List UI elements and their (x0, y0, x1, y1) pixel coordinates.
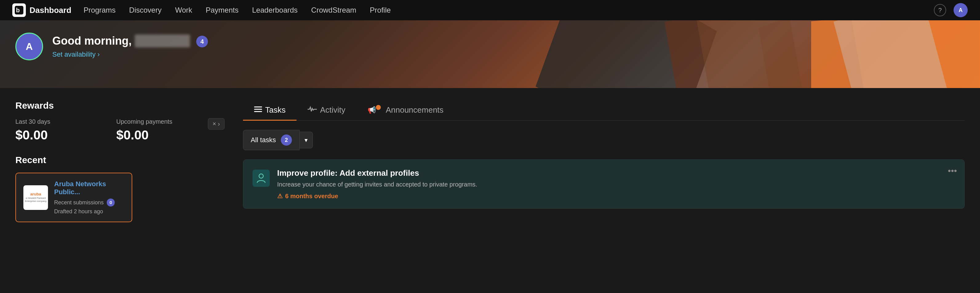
nav-crowdstream[interactable]: CrowdStream (311, 6, 356, 14)
rewards-section: Rewards × › Last 30 days $0.00 Upcoming … (15, 100, 224, 142)
filter-dropdown[interactable]: ▾ (300, 132, 313, 148)
activity-icon (308, 106, 317, 115)
task-card: Improve profile: Add external profiles I… (243, 159, 965, 209)
rewards-title: Rewards (15, 100, 224, 111)
tasks-icon (254, 106, 262, 115)
hero-text: Good morning, 4 Set availability › (52, 35, 208, 59)
nav-leaderboards[interactable]: Leaderboards (252, 6, 298, 14)
main-content: Rewards × › Last 30 days $0.00 Upcoming … (0, 88, 980, 234)
svg-text:b: b (16, 7, 20, 14)
nav-discovery[interactable]: Discovery (129, 6, 161, 14)
tab-announcements[interactable]: 📢 Announcements (356, 100, 455, 121)
tab-tasks[interactable]: Tasks (243, 100, 296, 121)
right-panel: Tasks Activity 📢 Announcements (237, 100, 965, 222)
hero-content: A Good morning, 4 Set availability › (0, 20, 223, 73)
aruba-logo-text: aruba a Hewlett PackardEnterprise compan… (25, 192, 46, 203)
tab-announcements-label: Announcements (386, 105, 444, 115)
user-avatar[interactable]: A (953, 3, 968, 17)
logo-icon: b (12, 3, 26, 17)
svg-rect-3 (254, 109, 262, 110)
upcoming-amount: $0.00 (116, 128, 208, 142)
task-avatar-icon (253, 170, 270, 187)
program-meta: Recent submissions 0 (54, 199, 124, 207)
upcoming-reward: Upcoming payments $0.00 (116, 118, 208, 142)
tabs-header: Tasks Activity 📢 Announcements (243, 100, 965, 121)
nav-logo[interactable]: b Dashboard (12, 3, 72, 17)
filter-select[interactable]: All tasks 2 (243, 130, 300, 150)
recent-section: Recent aruba a Hewlett PackardEnterprise… (15, 155, 224, 222)
nav-work[interactable]: Work (175, 6, 192, 14)
tab-activity-label: Activity (320, 105, 345, 115)
navbar: b Dashboard Programs Discovery Work Paym… (0, 0, 980, 20)
filter-label: All tasks (251, 136, 276, 144)
program-card[interactable]: aruba a Hewlett PackardEnterprise compan… (15, 173, 132, 222)
task-title: Improve profile: Add external profiles (277, 168, 477, 178)
greeting-heading: Good morning, 4 (52, 35, 208, 48)
shape4 (834, 20, 948, 88)
recent-title: Recent (15, 155, 224, 165)
tab-activity[interactable]: Activity (296, 100, 356, 121)
task-overdue: ⚠ 6 months overdue (277, 193, 477, 200)
tasks-filter: All tasks 2 ▾ (243, 130, 965, 150)
availability-link[interactable]: Set availability › (52, 51, 208, 59)
nav-right: ? A (934, 3, 968, 17)
svg-rect-4 (254, 111, 262, 112)
nav-programs[interactable]: Programs (84, 6, 116, 14)
last-30-amount: $0.00 (15, 128, 107, 142)
hero-banner: A Good morning, 4 Set availability › (0, 20, 980, 88)
svg-rect-2 (254, 107, 262, 107)
program-logo: aruba a Hewlett PackardEnterprise compan… (23, 185, 48, 210)
help-icon[interactable]: ? (934, 4, 946, 16)
last-30-reward: Last 30 days $0.00 (15, 118, 107, 142)
program-name: Aruba Networks Public... (54, 180, 124, 196)
nav-profile[interactable]: Profile (370, 6, 391, 14)
collapse-button[interactable]: × › (208, 118, 224, 130)
overdue-text: 6 months overdue (285, 193, 338, 200)
announcements-icon: 📢 (368, 106, 383, 114)
filter-count-badge: 2 (281, 134, 292, 146)
task-menu-button[interactable]: ••• (948, 166, 957, 176)
task-description: Increase your chance of getting invites … (277, 181, 477, 188)
svg-point-5 (259, 174, 263, 178)
left-panel: Rewards × › Last 30 days $0.00 Upcoming … (15, 100, 237, 222)
task-body: Improve profile: Add external profiles I… (277, 168, 477, 200)
nav-payments[interactable]: Payments (206, 6, 239, 14)
nav-links: Programs Discovery Work Payments Leaderb… (84, 6, 391, 14)
program-info: Aruba Networks Public... Recent submissi… (54, 180, 124, 215)
upcoming-label: Upcoming payments (116, 118, 208, 125)
warning-icon: ⚠ (277, 193, 283, 200)
program-draft: Drafted 2 hours ago (54, 209, 124, 215)
notification-badge: 4 (196, 36, 208, 48)
submissions-badge: 0 (107, 199, 115, 207)
tab-tasks-label: Tasks (265, 105, 285, 115)
nav-title: Dashboard (30, 6, 72, 15)
rewards-grid: Last 30 days $0.00 Upcoming payments $0.… (15, 118, 208, 142)
username-blur (135, 35, 190, 48)
last-30-label: Last 30 days (15, 118, 107, 125)
announcement-notif-dot (376, 105, 381, 110)
hero-avatar: A (15, 33, 43, 61)
